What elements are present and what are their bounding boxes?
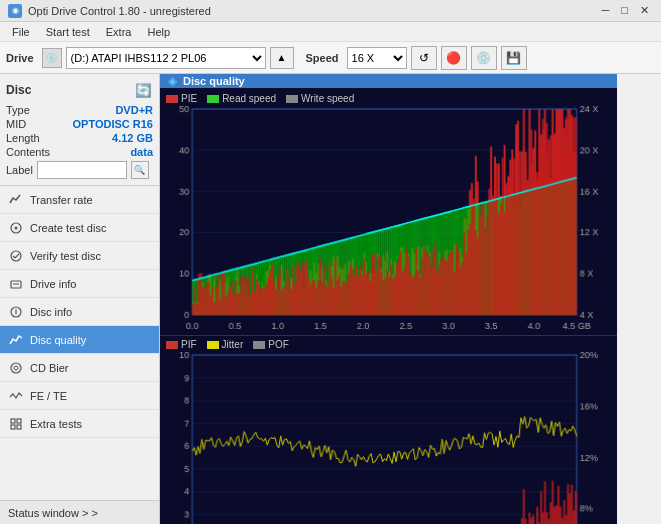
bottom-chart-canvas xyxy=(162,351,615,524)
chart-header: ◈ Disc quality xyxy=(160,74,617,88)
maximize-button[interactable]: □ xyxy=(617,4,632,17)
minimize-button[interactable]: ─ xyxy=(598,4,614,17)
sidebar-item-drive-info[interactable]: Drive info xyxy=(0,270,159,298)
status-window-label: Status window > > xyxy=(8,507,98,519)
sidebar: Disc 🔄 Type DVD+R MID OPTODISC R16 Lengt… xyxy=(0,74,160,524)
pof-legend: POF xyxy=(253,339,289,350)
pif-legend: PIF xyxy=(166,339,197,350)
contents-value: data xyxy=(130,146,153,158)
read-speed-legend: Read speed xyxy=(207,93,276,104)
drive-info-label: Drive info xyxy=(30,278,76,290)
transfer-rate-icon xyxy=(8,192,24,208)
fe-te-icon xyxy=(8,388,24,404)
cd-bier-icon xyxy=(8,360,24,376)
svg-rect-12 xyxy=(11,425,15,429)
length-label: Length xyxy=(6,132,40,144)
disc-label-icon-btn[interactable]: 🔍 xyxy=(131,161,149,179)
extra-tests-label: Extra tests xyxy=(30,418,82,430)
sidebar-item-disc-quality[interactable]: Disc quality xyxy=(0,326,159,354)
speed-label: Speed xyxy=(306,52,339,64)
svg-point-1 xyxy=(15,226,18,229)
menu-extra[interactable]: Extra xyxy=(98,24,140,40)
create-test-disc-label: Create test disc xyxy=(30,222,106,234)
top-chart: PIE Read speed Write speed xyxy=(160,88,617,335)
create-test-disc-icon xyxy=(8,220,24,236)
refresh-button[interactable]: ↺ xyxy=(411,46,437,70)
svg-rect-13 xyxy=(17,425,21,429)
top-chart-canvas xyxy=(162,105,615,333)
fe-te-label: FE / TE xyxy=(30,390,67,402)
pie-legend-color xyxy=(166,95,178,103)
jitter-legend-color xyxy=(207,341,219,349)
disc-quality-label: Disc quality xyxy=(30,334,86,346)
sidebar-item-cd-bier[interactable]: CD Bier xyxy=(0,354,159,382)
disc-label-row: Label 🔍 xyxy=(6,161,153,179)
sidebar-item-create-test-disc[interactable]: Create test disc xyxy=(0,214,159,242)
nav-items: Transfer rate Create test disc Verify te… xyxy=(0,186,159,500)
type-value: DVD+R xyxy=(115,104,153,116)
svg-point-2 xyxy=(11,251,21,261)
status-window-button[interactable]: Status window > > xyxy=(0,500,159,524)
speed-select[interactable]: 16 X xyxy=(347,47,407,69)
svg-rect-10 xyxy=(11,419,15,423)
sidebar-item-extra-tests[interactable]: Extra tests xyxy=(0,410,159,438)
jitter-legend-label: Jitter xyxy=(222,339,244,350)
svg-point-9 xyxy=(14,366,18,370)
drive-bar: Drive 💿 (D:) ATAPI IHBS112 2 PL06 ▲ Spee… xyxy=(0,42,661,74)
close-button[interactable]: ✕ xyxy=(636,4,653,17)
disc-quality-icon xyxy=(8,332,24,348)
app-icon: ◉ xyxy=(8,4,22,18)
drive-select[interactable]: (D:) ATAPI IHBS112 2 PL06 xyxy=(66,47,266,69)
right-panel: ◈ Disc quality PIE Read speed xyxy=(160,74,617,524)
chart-title: Disc quality xyxy=(183,75,245,87)
write-speed-legend-label: Write speed xyxy=(301,93,354,104)
menu-start-test[interactable]: Start test xyxy=(38,24,98,40)
charts-container: PIE Read speed Write speed xyxy=(160,88,617,524)
svg-rect-11 xyxy=(17,419,21,423)
sidebar-item-disc-info[interactable]: Disc info xyxy=(0,298,159,326)
sidebar-item-fe-te[interactable]: FE / TE xyxy=(0,382,159,410)
disc-refresh-button[interactable]: 🔄 xyxy=(133,80,153,100)
disc-length-row: Length 4.12 GB xyxy=(6,132,153,144)
jitter-legend: Jitter xyxy=(207,339,244,350)
toolbar-btn-2[interactable]: 💿 xyxy=(471,46,497,70)
menu-file[interactable]: File xyxy=(4,24,38,40)
verify-test-disc-icon xyxy=(8,248,24,264)
disc-header: Disc 🔄 xyxy=(6,80,153,100)
sidebar-item-transfer-rate[interactable]: Transfer rate xyxy=(0,186,159,214)
pif-legend-label: PIF xyxy=(181,339,197,350)
write-speed-legend-color xyxy=(286,95,298,103)
disc-label-input[interactable] xyxy=(37,161,127,179)
save-button[interactable]: 💾 xyxy=(501,46,527,70)
title-controls: ─ □ ✕ xyxy=(598,4,653,17)
pie-legend-label: PIE xyxy=(181,93,197,104)
write-speed-legend: Write speed xyxy=(286,93,354,104)
pie-legend: PIE xyxy=(166,93,197,104)
verify-test-disc-label: Verify test disc xyxy=(30,250,101,262)
drive-info-icon xyxy=(8,276,24,292)
sidebar-item-verify-test-disc[interactable]: Verify test disc xyxy=(0,242,159,270)
eject-button[interactable]: ▲ xyxy=(270,47,294,69)
pof-legend-color xyxy=(253,341,265,349)
menu-help[interactable]: Help xyxy=(139,24,178,40)
title-bar-left: ◉ Opti Drive Control 1.80 - unregistered xyxy=(8,4,211,18)
contents-label: Contents xyxy=(6,146,50,158)
cd-bier-label: CD Bier xyxy=(30,362,69,374)
read-speed-legend-color xyxy=(207,95,219,103)
pif-legend-color xyxy=(166,341,178,349)
toolbar-btn-1[interactable]: 🔴 xyxy=(441,46,467,70)
menu-bar: File Start test Extra Help xyxy=(0,22,661,42)
type-label: Type xyxy=(6,104,30,116)
title-bar: ◉ Opti Drive Control 1.80 - unregistered… xyxy=(0,0,661,22)
disc-mid-row: MID OPTODISC R16 xyxy=(6,118,153,130)
disc-info-icon xyxy=(8,304,24,320)
svg-point-8 xyxy=(11,363,21,373)
disc-section: Disc 🔄 Type DVD+R MID OPTODISC R16 Lengt… xyxy=(0,74,159,186)
bottom-chart: PIF Jitter POF xyxy=(160,335,617,524)
disc-title: Disc xyxy=(6,83,31,97)
disc-contents-row: Contents data xyxy=(6,146,153,158)
title-text: Opti Drive Control 1.80 - unregistered xyxy=(28,5,211,17)
drive-icon: 💿 xyxy=(42,48,62,68)
main-layout: Disc 🔄 Type DVD+R MID OPTODISC R16 Lengt… xyxy=(0,74,661,524)
read-speed-legend-label: Read speed xyxy=(222,93,276,104)
